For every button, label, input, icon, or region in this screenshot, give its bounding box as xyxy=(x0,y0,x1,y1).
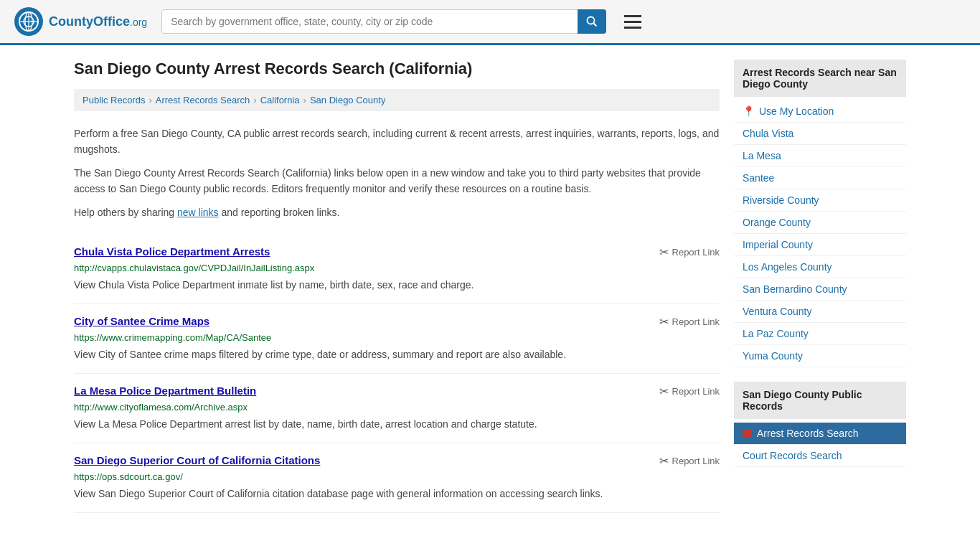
use-my-location[interactable]: 📍 Use My Location xyxy=(734,100,906,123)
sidebar-nearby-item-10[interactable]: Yuma County xyxy=(734,345,906,367)
result-header: La Mesa Police Department Bulletin ✂ Rep… xyxy=(74,385,720,398)
report-icon: ✂ xyxy=(659,385,669,398)
breadcrumb-public-records[interactable]: Public Records xyxy=(83,95,145,105)
description-block: Perform a free San Diego County, CA publ… xyxy=(74,126,720,220)
page-title: San Diego County Arrest Records Search (… xyxy=(74,60,720,78)
svg-line-6 xyxy=(594,24,597,27)
result-desc-0: View Chula Vista Police Department inmat… xyxy=(74,278,720,293)
result-title-0[interactable]: Chula Vista Police Department Arrests xyxy=(74,245,270,258)
sidebar-nearby-item-7[interactable]: San Bernardino County xyxy=(734,278,906,301)
sidebar-public-records-item-0[interactable]: Arrest Records Search xyxy=(734,423,906,445)
hamburger-line xyxy=(624,27,641,29)
report-link-button-0[interactable]: ✂ Report Link xyxy=(659,245,720,259)
sidebar-nearby-item-2[interactable]: Santee xyxy=(734,167,906,189)
sidebar-nearby-item-8[interactable]: Ventura County xyxy=(734,301,906,323)
search-button[interactable] xyxy=(578,9,606,34)
breadcrumb-arrest-records[interactable]: Arrest Records Search xyxy=(156,95,250,105)
report-link-button-2[interactable]: ✂ Report Link xyxy=(659,385,720,398)
result-url-3[interactable]: https://ops.sdcourt.ca.gov/ xyxy=(74,471,720,482)
result-title-2[interactable]: La Mesa Police Department Bulletin xyxy=(74,385,256,397)
main-container: San Diego County Arrest Records Search (… xyxy=(60,45,920,527)
nearby-links: Chula VistaLa MesaSanteeRiverside County… xyxy=(734,123,906,367)
sidebar-nearby-item-3[interactable]: Riverside County xyxy=(734,189,906,212)
sidebar-nearby-item-5[interactable]: Imperial County xyxy=(734,234,906,256)
report-icon: ✂ xyxy=(659,315,669,329)
result-item: City of Santee Crime Maps ✂ Report Link … xyxy=(74,304,720,374)
report-icon: ✂ xyxy=(659,454,669,468)
active-indicator xyxy=(743,429,751,438)
result-header: Chula Vista Police Department Arrests ✂ … xyxy=(74,245,720,259)
new-links-link[interactable]: new links xyxy=(177,207,219,218)
site-header: CountyOffice.org xyxy=(0,0,980,45)
search-input[interactable] xyxy=(161,9,606,34)
sidebar-nearby-item-1[interactable]: La Mesa xyxy=(734,145,906,167)
report-link-button-1[interactable]: ✂ Report Link xyxy=(659,315,720,329)
sidebar-nearby-item-0[interactable]: Chula Vista xyxy=(734,123,906,145)
sidebar-nearby-item-4[interactable]: Orange County xyxy=(734,212,906,234)
breadcrumb-california[interactable]: California xyxy=(260,95,300,105)
result-desc-2: View La Mesa Police Department arrest li… xyxy=(74,417,720,432)
logo-text: CountyOffice.org xyxy=(49,14,147,29)
desc-p2: The San Diego County Arrest Records Sear… xyxy=(74,165,720,197)
public-records-links: Arrest Records SearchCourt Records Searc… xyxy=(734,423,906,467)
breadcrumb: Public Records › Arrest Records Search ›… xyxy=(74,89,720,111)
results-container: Chula Vista Police Department Arrests ✂ … xyxy=(74,235,720,513)
logo-icon xyxy=(14,7,43,36)
breadcrumb-san-diego[interactable]: San Diego County xyxy=(310,95,386,105)
location-pin-icon: 📍 xyxy=(743,105,755,117)
hamburger-line xyxy=(624,15,641,17)
result-desc-1: View City of Santee crime maps filtered … xyxy=(74,347,720,362)
report-link-button-3[interactable]: ✂ Report Link xyxy=(659,454,720,468)
nearby-section: Arrest Records Search near San Diego Cou… xyxy=(734,60,906,367)
result-item: San Diego Superior Court of California C… xyxy=(74,443,720,513)
logo-link[interactable]: CountyOffice.org xyxy=(14,7,147,36)
hamburger-button[interactable] xyxy=(621,11,645,32)
sidebar-nearby-item-9[interactable]: La Paz County xyxy=(734,323,906,345)
result-desc-3: View San Diego Superior Court of Califor… xyxy=(74,486,720,501)
result-header: San Diego Superior Court of California C… xyxy=(74,454,720,468)
svg-point-5 xyxy=(588,17,595,24)
desc-p3: Help others by sharing new links and rep… xyxy=(74,204,720,220)
result-title-1[interactable]: City of Santee Crime Maps xyxy=(74,315,209,327)
desc-p1: Perform a free San Diego County, CA publ… xyxy=(74,126,720,158)
public-records-header: San Diego County Public Records xyxy=(734,382,906,419)
result-url-1[interactable]: https://www.crimemapping.com/Map/CA/Sant… xyxy=(74,332,720,343)
result-url-0[interactable]: http://cvapps.chulavistaca.gov/CVPDJail/… xyxy=(74,263,720,273)
search-area xyxy=(161,9,606,34)
nearby-header: Arrest Records Search near San Diego Cou… xyxy=(734,60,906,97)
public-records-section: San Diego County Public Records Arrest R… xyxy=(734,382,906,467)
result-url-2[interactable]: http://www.cityoflamesa.com/Archive.aspx xyxy=(74,402,720,413)
result-header: City of Santee Crime Maps ✂ Report Link xyxy=(74,315,720,329)
report-icon: ✂ xyxy=(659,245,669,259)
sidebar: Arrest Records Search near San Diego Cou… xyxy=(734,60,906,513)
content-area: San Diego County Arrest Records Search (… xyxy=(74,60,720,513)
sidebar-nearby-item-6[interactable]: Los Angeles County xyxy=(734,256,906,278)
result-item: La Mesa Police Department Bulletin ✂ Rep… xyxy=(74,374,720,443)
hamburger-line xyxy=(624,21,641,23)
result-item: Chula Vista Police Department Arrests ✂ … xyxy=(74,235,720,304)
result-title-3[interactable]: San Diego Superior Court of California C… xyxy=(74,454,320,466)
sidebar-public-records-item-1[interactable]: Court Records Search xyxy=(734,445,906,467)
